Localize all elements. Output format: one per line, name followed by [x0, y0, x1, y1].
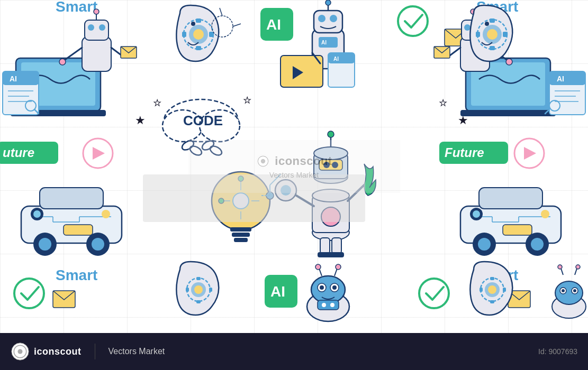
svg-rect-166 — [40, 188, 103, 209]
svg-line-68 — [450, 48, 460, 56]
svg-rect-59 — [460, 110, 556, 116]
svg-line-153 — [334, 269, 337, 276]
svg-point-139 — [14, 279, 44, 308]
iconscout-logo-svg — [11, 342, 30, 361]
svg-rect-135 — [503, 32, 507, 37]
svg-point-44 — [325, 0, 331, 5]
bottom-bar: iconscout Vectors Market Id: 9007693 — [0, 333, 588, 370]
svg-rect-16 — [3, 71, 39, 85]
svg-rect-163 — [186, 288, 189, 292]
svg-point-207 — [573, 289, 576, 292]
svg-point-116 — [328, 131, 334, 137]
svg-rect-134 — [476, 32, 480, 37]
svg-rect-6 — [85, 20, 108, 40]
svg-point-149 — [320, 285, 324, 290]
svg-point-209 — [558, 265, 562, 269]
svg-rect-95 — [230, 227, 251, 232]
svg-point-55 — [398, 6, 428, 36]
asset-id: Id: 9007693 — [538, 347, 577, 356]
svg-rect-199 — [490, 300, 494, 303]
svg-point-154 — [336, 264, 341, 270]
svg-point-211 — [576, 265, 580, 269]
svg-point-179 — [102, 210, 110, 218]
svg-point-156 — [322, 303, 326, 307]
svg-point-41 — [318, 15, 325, 22]
svg-rect-162 — [196, 300, 201, 303]
svg-text:Smart: Smart — [56, 267, 97, 283]
vectors-market-label: Vectors Market — [108, 347, 165, 356]
svg-point-136 — [485, 22, 489, 26]
svg-point-178 — [33, 210, 41, 218]
svg-point-168 — [39, 238, 51, 251]
svg-point-194 — [541, 210, 549, 218]
svg-text:AI: AI — [266, 16, 281, 33]
svg-point-7 — [88, 24, 94, 31]
svg-point-218 — [18, 349, 23, 354]
svg-point-62 — [464, 24, 471, 31]
svg-point-150 — [332, 285, 337, 290]
svg-rect-161 — [196, 277, 201, 280]
svg-rect-201 — [503, 288, 506, 292]
svg-line-208 — [561, 269, 563, 275]
svg-point-42 — [330, 15, 337, 22]
svg-point-30 — [191, 22, 195, 26]
svg-point-140 — [419, 279, 449, 308]
svg-marker-85 — [524, 147, 536, 160]
svg-rect-51 — [328, 53, 355, 63]
svg-point-131 — [487, 29, 497, 40]
svg-text:Smart: Smart — [56, 0, 97, 15]
svg-text:★: ★ — [243, 96, 251, 105]
svg-point-193 — [473, 210, 480, 218]
svg-rect-155 — [318, 300, 339, 310]
svg-point-8 — [99, 24, 105, 31]
svg-marker-83 — [93, 147, 105, 160]
svg-rect-71 — [549, 71, 585, 85]
svg-point-206 — [562, 289, 565, 292]
svg-rect-96 — [232, 233, 250, 237]
svg-rect-164 — [209, 288, 212, 292]
watermark-iconscout: iconscout — [256, 154, 332, 169]
iconscout-logo-bottom[interactable]: iconscout — [11, 342, 82, 361]
svg-point-67 — [506, 59, 512, 65]
svg-point-25 — [193, 29, 204, 40]
svg-text:AI: AI — [321, 40, 327, 45]
iconscout-brand-name: iconscout — [34, 346, 82, 357]
svg-point-183 — [478, 238, 491, 251]
svg-line-210 — [575, 269, 577, 275]
svg-point-197 — [488, 285, 496, 294]
svg-text:AI: AI — [10, 75, 17, 83]
svg-point-170 — [92, 238, 104, 251]
svg-line-13 — [111, 48, 122, 56]
svg-rect-121 — [320, 238, 330, 254]
svg-point-160 — [194, 285, 203, 294]
svg-point-157 — [330, 303, 334, 307]
watermark-overlay: iconscout Vectors Market — [188, 140, 400, 193]
svg-text:Future: Future — [445, 145, 484, 160]
svg-rect-40 — [314, 11, 342, 33]
svg-rect-124 — [329, 252, 344, 257]
svg-rect-26 — [196, 18, 201, 23]
svg-text:AI: AI — [333, 56, 339, 62]
svg-rect-122 — [332, 238, 341, 254]
divider — [95, 344, 95, 359]
svg-text:AI: AI — [557, 75, 564, 83]
svg-rect-198 — [490, 277, 494, 280]
svg-point-152 — [315, 264, 321, 270]
svg-text:★: ★ — [135, 114, 146, 127]
svg-line-151 — [319, 269, 322, 276]
svg-rect-97 — [234, 238, 248, 242]
svg-rect-28 — [182, 32, 186, 37]
svg-text:AI: AI — [270, 283, 285, 300]
svg-rect-200 — [480, 288, 483, 292]
svg-point-10 — [94, 9, 99, 14]
svg-point-185 — [531, 238, 544, 251]
svg-text:★: ★ — [153, 98, 161, 107]
svg-rect-191 — [503, 225, 532, 235]
svg-point-215 — [261, 159, 265, 163]
watermark-iconscout-text: iconscout — [275, 154, 332, 168]
svg-rect-181 — [479, 188, 542, 209]
svg-line-32 — [220, 8, 222, 16]
svg-rect-176 — [64, 225, 93, 235]
svg-rect-132 — [490, 18, 495, 23]
watermark-logo-icon — [256, 154, 270, 169]
